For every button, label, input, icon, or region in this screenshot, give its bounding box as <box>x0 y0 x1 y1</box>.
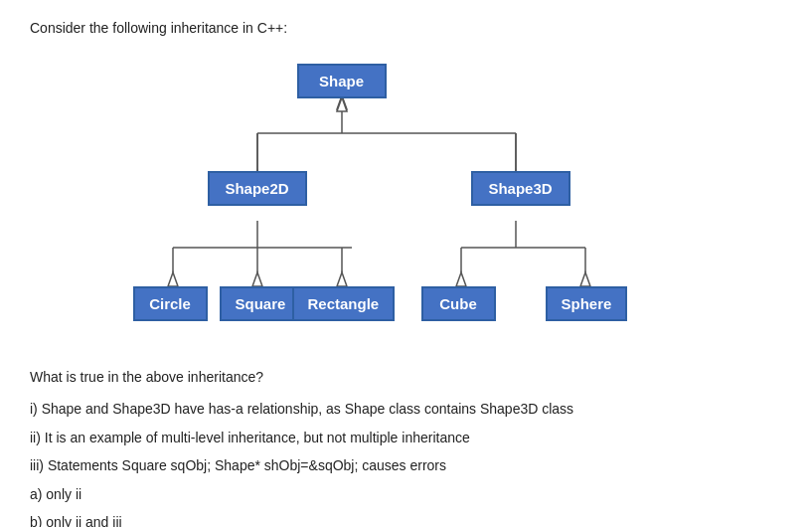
inheritance-diagram: Shape Shape2D Shape3D Circle Square Rect… <box>30 54 782 342</box>
shape3d-box: Shape3D <box>471 171 570 206</box>
diagram-svg-container: Shape Shape2D Shape3D Circle Square Rect… <box>128 54 685 342</box>
svg-marker-21 <box>456 272 466 286</box>
question-title: What is true in the above inheritance? <box>30 366 782 388</box>
shape2d-box: Shape2D <box>208 171 307 206</box>
svg-marker-23 <box>580 272 590 286</box>
cube-box: Cube <box>421 286 496 321</box>
svg-marker-13 <box>168 272 178 286</box>
question-line-4: a) only ii <box>30 483 782 505</box>
intro-text: Consider the following inheritance in C+… <box>30 20 782 36</box>
circle-box: Circle <box>133 286 208 321</box>
rectangle-box: Rectangle <box>292 286 396 321</box>
shape-box: Shape <box>297 64 387 98</box>
question-line-1: i) Shape and Shape3D have has-a relation… <box>30 398 782 420</box>
question-line-5: b) only ii and iii <box>30 511 782 527</box>
question-line-2: ii) It is an example of multi-level inhe… <box>30 427 782 448</box>
question-section: What is true in the above inheritance? i… <box>30 366 782 527</box>
question-line-3: iii) Statements Square sqObj; Shape* shO… <box>30 454 782 476</box>
sphere-box: Sphere <box>546 286 628 321</box>
svg-marker-17 <box>337 272 347 286</box>
svg-marker-15 <box>252 272 262 286</box>
square-box: Square <box>220 286 302 321</box>
